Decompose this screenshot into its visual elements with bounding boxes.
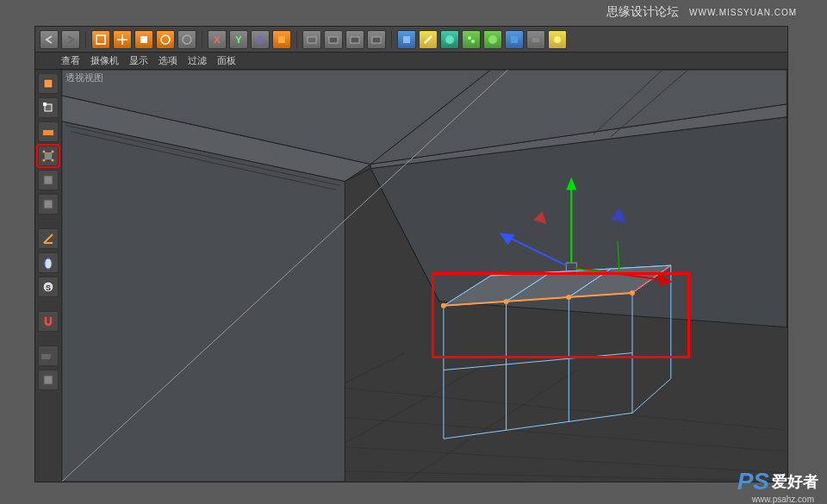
watermark-bottom: PS 爱好者 — [737, 468, 818, 495]
model-mode-button[interactable] — [38, 97, 59, 118]
svg-point-72 — [630, 290, 635, 296]
pen-tool-button[interactable] — [419, 30, 438, 49]
svg-rect-14 — [511, 36, 518, 43]
svg-rect-21 — [44, 152, 53, 160]
svg-rect-5 — [308, 37, 316, 43]
svg-text:S: S — [46, 283, 51, 292]
svg-rect-19 — [43, 103, 47, 106]
separator — [391, 31, 392, 48]
separator — [202, 31, 202, 48]
render-settings-button[interactable] — [345, 30, 364, 49]
cube-primitive-button[interactable] — [397, 30, 416, 49]
mouse-mode-button[interactable] — [38, 252, 59, 273]
menu-panel[interactable]: 面板 — [217, 54, 236, 67]
last-tool-button[interactable] — [177, 30, 196, 49]
svg-point-23 — [52, 151, 54, 153]
redo-button[interactable] — [61, 30, 80, 49]
svg-point-71 — [566, 295, 571, 300]
viewport-3d[interactable]: 透视视图 — [61, 70, 787, 482]
svg-rect-27 — [44, 200, 53, 208]
svg-rect-0 — [96, 35, 105, 44]
spacer — [38, 301, 59, 308]
menu-display[interactable]: 显示 — [129, 54, 148, 67]
spacer — [38, 218, 59, 225]
render-picture-button[interactable] — [367, 30, 386, 49]
menu-options[interactable]: 选项 — [159, 54, 177, 67]
tweak-button[interactable] — [38, 370, 59, 390]
svg-point-25 — [52, 159, 54, 162]
array-button[interactable] — [462, 30, 481, 49]
svg-point-2 — [161, 35, 170, 44]
svg-point-24 — [43, 159, 46, 162]
z-axis-button[interactable]: Z — [251, 30, 270, 49]
svg-point-22 — [43, 151, 46, 153]
svg-point-10 — [445, 35, 454, 44]
render-view-button[interactable] — [302, 30, 321, 49]
undo-button[interactable] — [40, 30, 59, 49]
app-frame: X Y Z 查看 摄像机 显示 选项 过滤 面板 S — [34, 26, 788, 482]
environment-button[interactable] — [505, 30, 524, 49]
svg-point-11 — [468, 36, 471, 40]
watermark-url: www.psahz.com — [752, 495, 814, 504]
menu-view[interactable]: 查看 — [61, 54, 80, 67]
axis-mode-button[interactable] — [38, 228, 59, 249]
snap-button[interactable]: S — [38, 277, 59, 297]
x-axis-button[interactable]: X — [208, 30, 227, 49]
svg-rect-17 — [44, 79, 53, 88]
svg-rect-8 — [372, 37, 381, 43]
coord-system-button[interactable] — [272, 30, 291, 49]
nurbs-button[interactable] — [440, 30, 459, 49]
svg-marker-53 — [444, 293, 632, 439]
left-toolbar: S — [35, 70, 61, 394]
render-region-button[interactable] — [324, 30, 343, 49]
svg-rect-32 — [44, 376, 53, 384]
svg-rect-7 — [351, 37, 359, 43]
watermark-top: 思缘设计论坛 WWW.MISSYUAN.COM — [606, 4, 797, 20]
svg-rect-9 — [403, 36, 410, 43]
svg-point-13 — [488, 35, 497, 44]
svg-marker-40 — [62, 121, 345, 482]
svg-point-3 — [183, 35, 191, 44]
scene-3d — [61, 70, 787, 482]
menu-camera[interactable]: 摄像机 — [90, 54, 119, 67]
svg-line-61 — [444, 353, 632, 370]
svg-rect-4 — [278, 36, 285, 43]
light-button[interactable] — [548, 30, 567, 49]
rotate-button[interactable] — [156, 30, 175, 49]
viewport-menu-bar: 查看 摄像机 显示 选项 过滤 面板 — [35, 53, 787, 70]
svg-rect-31 — [41, 354, 52, 359]
spacer — [38, 335, 59, 342]
move-button[interactable] — [113, 30, 132, 49]
separator — [296, 31, 297, 48]
deformer-button[interactable] — [483, 30, 502, 49]
points-mode-button[interactable] — [38, 146, 59, 166]
svg-point-70 — [504, 299, 509, 304]
svg-point-16 — [554, 36, 561, 43]
edges-mode-button[interactable] — [38, 170, 59, 190]
viewport-label: 透视视图 — [65, 72, 103, 84]
menu-filter[interactable]: 过滤 — [188, 54, 207, 67]
svg-line-39 — [405, 370, 576, 482]
svg-rect-15 — [532, 38, 539, 42]
svg-point-28 — [45, 258, 52, 269]
top-toolbar: X Y Z — [35, 27, 787, 53]
svg-line-58 — [632, 379, 671, 414]
svg-rect-6 — [329, 37, 338, 43]
svg-point-69 — [441, 303, 446, 308]
svg-rect-1 — [140, 36, 147, 43]
camera-button[interactable] — [526, 30, 545, 49]
scale-button[interactable] — [134, 30, 153, 49]
svg-rect-26 — [44, 176, 53, 184]
y-axis-button[interactable]: Y — [229, 30, 248, 49]
polygons-mode-button[interactable] — [38, 194, 59, 215]
make-editable-button[interactable] — [38, 73, 59, 94]
separator — [85, 31, 86, 48]
texture-mode-button[interactable] — [38, 121, 59, 142]
workplane-button[interactable] — [38, 345, 59, 366]
live-select-button[interactable] — [91, 30, 110, 49]
magnet-button[interactable] — [38, 311, 59, 332]
svg-point-12 — [471, 40, 475, 43]
svg-rect-20 — [43, 130, 53, 135]
